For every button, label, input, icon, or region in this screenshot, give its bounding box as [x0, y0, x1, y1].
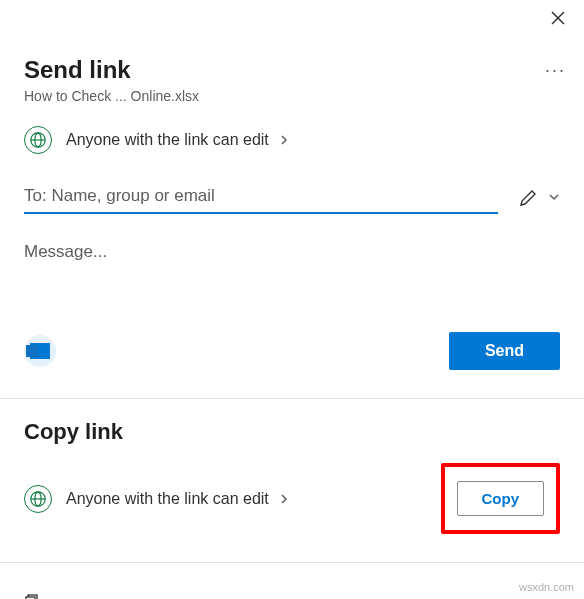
pencil-icon	[518, 188, 538, 208]
ellipsis-icon: ···	[545, 60, 566, 80]
message-input[interactable]	[24, 242, 560, 262]
close-button[interactable]	[550, 10, 566, 29]
send-a-copy-button[interactable]: Send a copy	[24, 593, 560, 599]
edit-pen-button[interactable]	[518, 188, 538, 208]
copy-button-highlight: Copy	[441, 463, 561, 534]
link-permission-row[interactable]: Anyone with the link can edit	[24, 126, 560, 154]
copy-button[interactable]: Copy	[457, 481, 545, 516]
copy-permission-text: Anyone with the link can edit	[66, 490, 269, 508]
filename-label: How to Check ... Online.xlsx	[24, 88, 560, 104]
divider	[0, 562, 584, 563]
copy-link-title: Copy link	[24, 419, 560, 445]
close-icon	[550, 10, 566, 30]
watermark: wsxdn.com	[519, 581, 574, 593]
send-link-title: Send link	[24, 56, 560, 84]
recipient-input[interactable]	[24, 182, 498, 214]
globe-icon	[24, 485, 52, 513]
recipient-options-dropdown[interactable]	[548, 190, 560, 206]
chevron-right-icon	[279, 132, 289, 148]
globe-icon	[24, 126, 52, 154]
outlook-icon	[24, 335, 56, 367]
send-a-copy-label: Send a copy	[54, 596, 142, 600]
permission-text: Anyone with the link can edit	[66, 131, 269, 149]
copy-link-permission-row[interactable]: Anyone with the link can edit	[24, 485, 289, 513]
chevron-right-icon	[279, 491, 289, 507]
chevron-down-icon	[548, 191, 560, 203]
copy-file-icon	[24, 593, 42, 599]
more-options-button[interactable]: ···	[545, 60, 566, 81]
divider	[0, 398, 584, 399]
send-button[interactable]: Send	[449, 332, 560, 370]
